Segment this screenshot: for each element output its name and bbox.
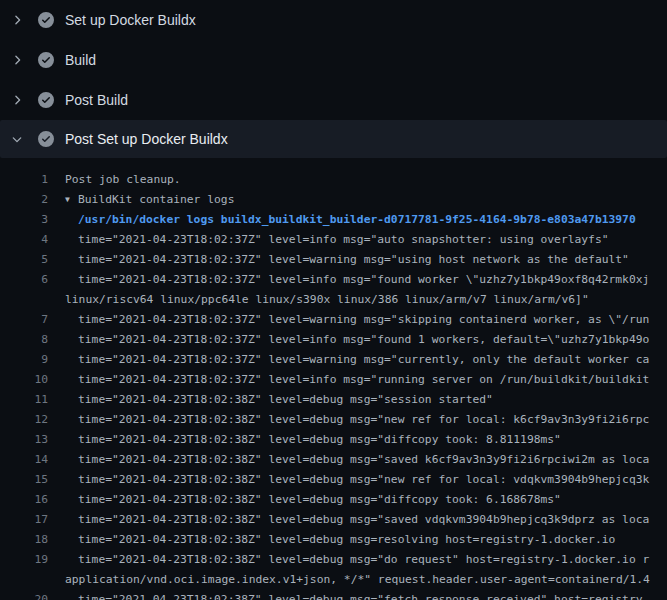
step-row-post-set-up-docker-buildx[interactable]: Post Set up Docker Buildx (0, 120, 667, 158)
log-line-number[interactable]: 14 (0, 453, 48, 466)
check-circle-icon (38, 12, 54, 28)
log-line-number[interactable]: 10 (0, 373, 48, 386)
log-line-continuation: linux/riscv64 linux/ppc64le linux/s390x … (0, 289, 667, 309)
group-caret-icon: ▼ (65, 195, 78, 204)
check-circle-icon (38, 52, 54, 68)
log-line-number[interactable]: 19 (0, 553, 48, 566)
log-line-19: 19 time="2021-04-23T18:02:38Z" level=deb… (0, 549, 667, 569)
log-line-text: time="2021-04-23T18:02:38Z" level=debug … (48, 513, 649, 526)
log-line-number[interactable]: 18 (0, 533, 48, 546)
log-line-text: time="2021-04-23T18:02:38Z" level=debug … (48, 413, 649, 426)
chevron-right-icon (10, 93, 24, 107)
log-line-text: time="2021-04-23T18:02:37Z" level=warnin… (48, 353, 649, 366)
log-line-text: time="2021-04-23T18:02:37Z" level=warnin… (48, 313, 649, 326)
log-line-15: 15 time="2021-04-23T18:02:38Z" level=deb… (0, 469, 667, 489)
log-line-14: 14 time="2021-04-23T18:02:38Z" level=deb… (0, 449, 667, 469)
chevron-down-icon (10, 132, 24, 146)
log-line-text: time="2021-04-23T18:02:38Z" level=debug … (48, 533, 615, 546)
log-line-number[interactable]: 7 (0, 313, 48, 326)
log-line-11: 11 time="2021-04-23T18:02:38Z" level=deb… (0, 389, 667, 409)
log-line-number[interactable]: 11 (0, 393, 48, 406)
log-line-number[interactable]: 1 (0, 173, 48, 186)
log-line-8: 8 time="2021-04-23T18:02:37Z" level=info… (0, 329, 667, 349)
log-line-text: time="2021-04-23T18:02:38Z" level=debug … (48, 553, 649, 566)
log-line-4: 4 time="2021-04-23T18:02:37Z" level=info… (0, 229, 667, 249)
log-line-text: time="2021-04-23T18:02:37Z" level=warnin… (48, 253, 629, 266)
step-label: Post Build (65, 92, 128, 108)
log-line-number[interactable]: 20 (0, 593, 48, 600)
step-row-post-build[interactable]: Post Build (0, 80, 667, 120)
step-row-set-up-docker-buildx[interactable]: Set up Docker Buildx (0, 0, 667, 40)
log-line-17: 17 time="2021-04-23T18:02:38Z" level=deb… (0, 509, 667, 529)
log-line-number[interactable]: 8 (0, 333, 48, 346)
log-line-text: time="2021-04-23T18:02:37Z" level=info m… (48, 373, 649, 386)
log-line-number[interactable]: 2 (0, 193, 48, 206)
log-line-number[interactable]: 5 (0, 253, 48, 266)
log-line-10: 10 time="2021-04-23T18:02:37Z" level=inf… (0, 369, 667, 389)
log-line-number[interactable]: 9 (0, 353, 48, 366)
log-line-12: 12 time="2021-04-23T18:02:38Z" level=deb… (0, 409, 667, 429)
log-line-number[interactable]: 13 (0, 433, 48, 446)
log-line-3: 3 /usr/bin/docker logs buildx_buildkit_b… (0, 209, 667, 229)
chevron-right-icon (10, 53, 24, 67)
log-container: 1 Post job cleanup. 2 ▼BuildKit containe… (0, 160, 667, 600)
actions-job-log-viewer: { "colors": { "background": "#0b0e13", "… (0, 0, 667, 600)
check-circle-icon (38, 92, 54, 108)
chevron-right-icon (10, 13, 24, 27)
log-line-text: time="2021-04-23T18:02:37Z" level=info m… (48, 333, 649, 346)
log-line-number[interactable]: 4 (0, 233, 48, 246)
log-line-2: 2 ▼BuildKit container logs (0, 189, 667, 209)
log-line-number[interactable]: 6 (0, 273, 48, 286)
step-row-build[interactable]: Build (0, 40, 667, 80)
log-line-6: 6 time="2021-04-23T18:02:37Z" level=info… (0, 269, 667, 289)
steps-list: Set up Docker Buildx Build Post Build Po… (0, 0, 667, 158)
log-line-1: 1 Post job cleanup. (0, 169, 667, 189)
step-label: Build (65, 52, 96, 68)
log-line-text: time="2021-04-23T18:02:38Z" level=debug … (48, 493, 561, 506)
log-line-text: linux/riscv64 linux/ppc64le linux/s390x … (48, 293, 589, 306)
log-line-text: time="2021-04-23T18:02:38Z" level=debug … (48, 593, 649, 600)
log-line-number[interactable]: 17 (0, 513, 48, 526)
log-line-7: 7 time="2021-04-23T18:02:37Z" level=warn… (0, 309, 667, 329)
group-toggle[interactable]: ▼BuildKit container logs (48, 193, 234, 206)
log-line-text: time="2021-04-23T18:02:37Z" level=info m… (48, 273, 649, 286)
log-line-16: 16 time="2021-04-23T18:02:38Z" level=deb… (0, 489, 667, 509)
log-line-text: Post job cleanup. (48, 173, 181, 186)
log-line-9: 9 time="2021-04-23T18:02:37Z" level=warn… (0, 349, 667, 369)
group-title: BuildKit container logs (78, 193, 234, 206)
log-line-number[interactable]: 15 (0, 473, 48, 486)
step-label: Set up Docker Buildx (65, 12, 196, 28)
log-line-number[interactable]: 3 (0, 213, 48, 226)
log-line-number[interactable]: 12 (0, 413, 48, 426)
log-line-text: time="2021-04-23T18:02:37Z" level=info m… (48, 233, 609, 246)
check-circle-icon (38, 131, 54, 147)
log-line-continuation: application/vnd.oci.image.index.v1+json,… (0, 569, 667, 589)
log-line-text: time="2021-04-23T18:02:38Z" level=debug … (48, 473, 649, 486)
log-line-5: 5 time="2021-04-23T18:02:37Z" level=warn… (0, 249, 667, 269)
log-line-13: 13 time="2021-04-23T18:02:38Z" level=deb… (0, 429, 667, 449)
log-line-number[interactable]: 16 (0, 493, 48, 506)
log-line-text: application/vnd.oci.image.index.v1+json,… (48, 573, 650, 586)
log-line-20: 20 time="2021-04-23T18:02:38Z" level=deb… (0, 589, 667, 600)
log-line-text: time="2021-04-23T18:02:38Z" level=debug … (48, 433, 561, 446)
command-link[interactable]: /usr/bin/docker logs buildx_buildkit_bui… (48, 213, 636, 226)
log-line-text: time="2021-04-23T18:02:38Z" level=debug … (48, 393, 493, 406)
step-label: Post Set up Docker Buildx (65, 131, 228, 147)
log-line-18: 18 time="2021-04-23T18:02:38Z" level=deb… (0, 529, 667, 549)
log-line-text: time="2021-04-23T18:02:38Z" level=debug … (48, 453, 649, 466)
